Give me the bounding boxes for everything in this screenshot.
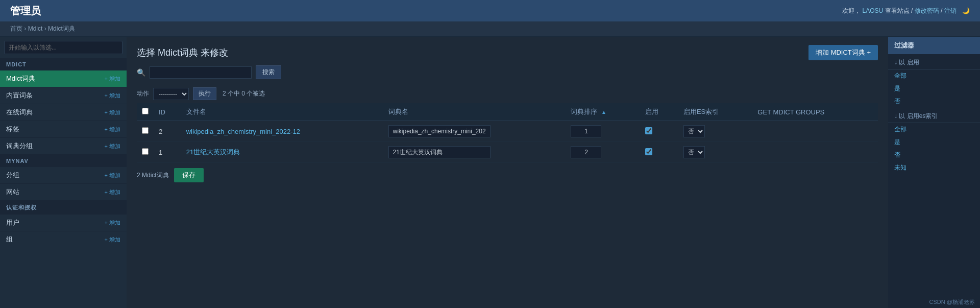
row2-enabled-checkbox[interactable] xyxy=(645,148,652,155)
row1-enabled-cell[interactable] xyxy=(640,121,678,142)
moon-icon: 🌙 xyxy=(962,7,970,14)
row2-order-cell[interactable] xyxy=(566,142,640,163)
row2-es-select[interactable]: 否 是 xyxy=(683,146,705,158)
row2-es-cell[interactable]: 否 是 xyxy=(678,142,752,163)
row1-es-select[interactable]: 否 是 xyxy=(683,125,705,137)
main-header: 选择 Mdict词典 来修改 增加 MDICT词典 + xyxy=(127,37,888,65)
sidebar-add-builtin[interactable]: + 增加 xyxy=(105,92,120,100)
filter-es-yes-link[interactable]: 是 xyxy=(894,138,900,146)
row1-es-cell[interactable]: 否 是 xyxy=(678,121,752,142)
user-info: 欢迎， LAOSU 查看站点 / 修改密码 / 注销 🌙 xyxy=(842,7,970,15)
row1-dict-name-cell[interactable] xyxy=(383,121,566,142)
select-all-checkbox[interactable] xyxy=(142,108,149,114)
row2-select-cell[interactable] xyxy=(137,142,154,163)
row1-filename-link[interactable]: wikipedia_zh_chemistry_mini_2022-12 xyxy=(186,128,300,135)
sidebar-item-roles[interactable]: 组 + 增加 xyxy=(0,231,127,248)
filter-section-es: ↓ 以 启用es索引 xyxy=(888,108,980,123)
filter-es-unknown[interactable]: 未知 xyxy=(888,161,980,174)
sidebar-label-user: 用户 xyxy=(6,218,19,227)
row1-filename[interactable]: wikipedia_zh_chemistry_mini_2022-12 xyxy=(181,121,383,142)
sidebar-add-user[interactable]: + 增加 xyxy=(105,219,120,227)
breadcrumb-mdict[interactable]: Mdict xyxy=(28,25,43,32)
sidebar-item-user[interactable]: 用户 + 增加 xyxy=(0,215,127,231)
sidebar: MDICT Mdict词典 + 增加 内置词条 + 增加 在线词典 + 增加 标… xyxy=(0,37,127,308)
filter-enabled-no[interactable]: 否 xyxy=(888,95,980,108)
filter-es-yes[interactable]: 是 xyxy=(888,136,980,149)
row1-id: 2 xyxy=(154,121,181,142)
col-filename: 文件名 xyxy=(181,103,383,121)
sidebar-section-mynav: MYNAV xyxy=(0,155,127,167)
sidebar-add-mdict-dict[interactable]: + 增加 xyxy=(105,75,120,83)
username-link[interactable]: LAOSU xyxy=(863,7,884,14)
sidebar-add-dict-group[interactable]: + 增加 xyxy=(105,143,120,150)
table-row: 1 21世纪大英汉词典 否 xyxy=(137,142,878,163)
sidebar-item-builtin[interactable]: 内置词条 + 增加 xyxy=(0,87,127,104)
col-id: ID xyxy=(154,103,181,121)
action-count: 2 个中 0 个被选 xyxy=(223,89,265,98)
sidebar-item-site[interactable]: 网站 + 增加 xyxy=(0,184,127,201)
sidebar-section-mdict: MDICT xyxy=(0,58,127,70)
filter-enabled-all-link[interactable]: 全部 xyxy=(894,72,906,79)
filter-enabled-no-link[interactable]: 否 xyxy=(894,98,900,105)
filter-section-enabled: ↓ 以 启用 xyxy=(888,54,980,69)
row2-dict-name-cell[interactable] xyxy=(383,142,566,163)
save-button[interactable]: 保存 xyxy=(174,168,204,182)
row2-checkbox[interactable] xyxy=(142,148,149,155)
sidebar-add-group[interactable]: + 增加 xyxy=(105,172,120,179)
row1-order-cell[interactable] xyxy=(566,121,640,142)
row1-select-cell[interactable] xyxy=(137,121,154,142)
sidebar-item-mdict-dict[interactable]: Mdict词典 + 增加 xyxy=(0,70,127,87)
row2-groups-cell xyxy=(752,142,878,163)
bottom-credit: CSDN @杨浦老苏 xyxy=(929,298,975,306)
main-content: 选择 Mdict词典 来修改 增加 MDICT词典 + 🔍 搜索 动作 ----… xyxy=(127,37,888,308)
action-bar: 动作 --------- 执行 2 个中 0 个被选 xyxy=(127,84,888,103)
row2-order-input[interactable] xyxy=(571,146,601,158)
row2-filename[interactable]: 21世纪大英汉词典 xyxy=(181,142,383,163)
page-title: 选择 Mdict词典 来修改 xyxy=(137,46,228,59)
row2-filename-link[interactable]: 21世纪大英汉词典 xyxy=(186,148,240,156)
sidebar-item-online-dict[interactable]: 在线词典 + 增加 xyxy=(0,104,127,121)
filter-enabled-all[interactable]: 全部 xyxy=(888,69,980,82)
action-select[interactable]: --------- xyxy=(153,88,189,100)
col-enabled: 启用 xyxy=(640,103,678,121)
sidebar-add-roles[interactable]: + 增加 xyxy=(105,236,120,244)
add-mdict-button[interactable]: 增加 MDICT词典 + xyxy=(808,45,878,60)
row1-checkbox[interactable] xyxy=(142,127,149,134)
action-execute-button[interactable]: 执行 xyxy=(193,87,216,100)
sidebar-add-tags[interactable]: + 增加 xyxy=(105,126,120,133)
sidebar-label-site: 网站 xyxy=(6,187,19,197)
row1-order-input[interactable] xyxy=(571,125,601,137)
sidebar-search-input[interactable] xyxy=(4,41,122,54)
search-input[interactable] xyxy=(150,66,252,79)
filter-es-unknown-link[interactable]: 未知 xyxy=(894,164,906,171)
change-password-link[interactable]: 修改密码 xyxy=(915,7,939,14)
breadcrumb-home[interactable]: 首页 xyxy=(10,25,22,32)
filter-es-all-link[interactable]: 全部 xyxy=(894,126,906,133)
row1-enabled-checkbox[interactable] xyxy=(645,127,652,134)
sidebar-item-group[interactable]: 分组 + 增加 xyxy=(0,167,127,184)
col-select-all[interactable] xyxy=(137,103,154,121)
filter-es-no[interactable]: 否 xyxy=(888,149,980,161)
filter-enabled-yes-link[interactable]: 是 xyxy=(894,85,900,92)
sidebar-label-online-dict: 在线词典 xyxy=(6,108,33,117)
breadcrumb: 首页 › Mdict › Mdict词典 xyxy=(0,21,980,37)
table-row: 2 wikipedia_zh_chemistry_mini_2022-12 xyxy=(137,121,878,142)
search-button[interactable]: 搜索 xyxy=(256,65,281,79)
table-footer: 2 Mdict词典 保存 xyxy=(127,163,888,187)
sidebar-label-mdict-dict: Mdict词典 xyxy=(6,74,35,83)
sidebar-add-online-dict[interactable]: + 增加 xyxy=(105,109,120,116)
sidebar-item-tags[interactable]: 标签 + 增加 xyxy=(0,121,127,138)
filter-es-all[interactable]: 全部 xyxy=(888,123,980,136)
row1-dict-name-input[interactable] xyxy=(388,125,491,137)
filter-enabled-yes[interactable]: 是 xyxy=(888,82,980,95)
row2-enabled-cell[interactable] xyxy=(640,142,678,163)
search-icon: 🔍 xyxy=(137,68,145,77)
col-mdict-groups: GET MDICT GROUPS xyxy=(752,103,878,121)
sidebar-item-dict-group[interactable]: 词典分组 + 增加 xyxy=(0,138,127,155)
logout-link[interactable]: 注销 xyxy=(944,7,957,14)
col-order[interactable]: 词典排序 ▲ xyxy=(566,103,640,121)
sidebar-add-site[interactable]: + 增加 xyxy=(105,188,120,196)
filter-es-no-link[interactable]: 否 xyxy=(894,151,900,158)
row2-dict-name-input[interactable] xyxy=(388,146,491,158)
sidebar-section-auth: 认证和授权 xyxy=(0,201,127,215)
